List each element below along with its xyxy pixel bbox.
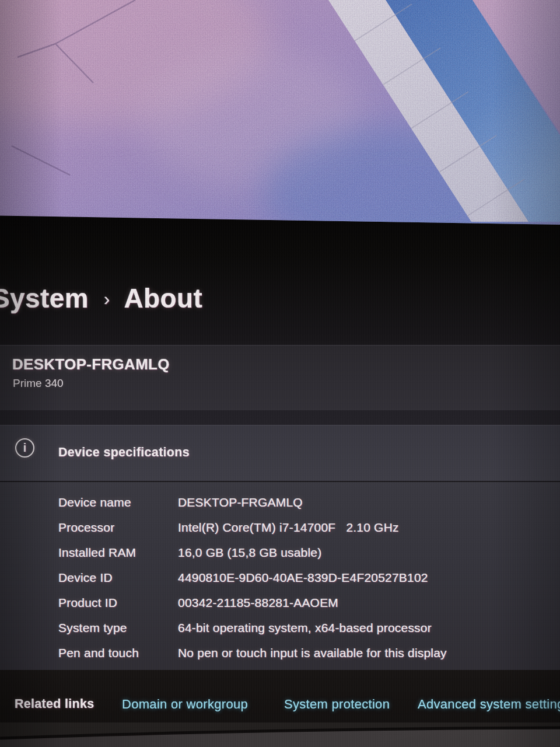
link-system-protection[interactable]: System protection [284,697,390,712]
spec-value: 4490810E-9D60-40AE-839D-E4F20527B102 [178,565,428,590]
settings-window: System › About DESKTOP-FRGAMLQ Prime 340… [0,0,560,747]
link-advanced-system-settings[interactable]: Advanced system settings [418,697,560,712]
related-links-label: Related links [15,697,94,711]
device-specifications-table: Device name DESKTOP-FRGAMLQ Processor In… [0,481,560,670]
device-specifications-title: Device specifications [58,425,190,479]
table-row: Device ID 4490810E-9D60-40AE-839D-E4F205… [0,565,560,590]
link-domain-or-workgroup[interactable]: Domain or workgroup [122,697,248,712]
monitor-bottom-bezel [0,722,560,747]
table-row: Installed RAM 16,0 GB (15,8 GB usable) [0,540,560,565]
spec-value: Intel(R) Core(TM) i7-14700F 2.10 GHz [178,515,399,540]
spec-label: Pen and touch [58,640,178,665]
table-row: System type 64-bit operating system, x64… [0,615,560,640]
spec-value: DESKTOP-FRGAMLQ [178,490,303,515]
breadcrumb-about page-title: About [124,282,202,314]
spec-label: Product ID [58,590,178,615]
device-specifications-expander[interactable]: i Device specifications [0,425,560,481]
table-row: Pen and touch No pen or touch input is a… [0,640,560,665]
table-row: Product ID 00342-21185-88281-AAOEM [0,590,560,615]
spec-value: 16,0 GB (15,8 GB usable) [178,540,321,565]
screen-photo: System › About DESKTOP-FRGAMLQ Prime 340… [0,0,560,747]
spec-value: No pen or touch input is available for t… [178,640,447,665]
spec-value: 64-bit operating system, x64-based proce… [178,615,432,640]
spec-label: Device name [58,490,178,515]
table-row: Device name DESKTOP-FRGAMLQ [0,490,560,515]
info-icon: i [15,438,34,458]
chevron-right-icon: › [104,289,110,310]
spec-value: 00342-21185-88281-AAOEM [178,590,338,615]
device-name: DESKTOP-FRGAMLQ [12,355,170,374]
device-name-card: DESKTOP-FRGAMLQ Prime 340 [0,345,560,410]
spec-label: System type [58,615,178,640]
spec-label: Installed RAM [58,540,178,565]
device-model: Prime 340 [13,377,64,390]
table-row: Processor Intel(R) Core(TM) i7-14700F 2.… [0,515,560,540]
spec-label: Processor [58,515,178,540]
breadcrumb: System › About [0,282,202,314]
spec-label: Device ID [58,565,178,590]
breadcrumb-system[interactable]: System [0,282,89,314]
